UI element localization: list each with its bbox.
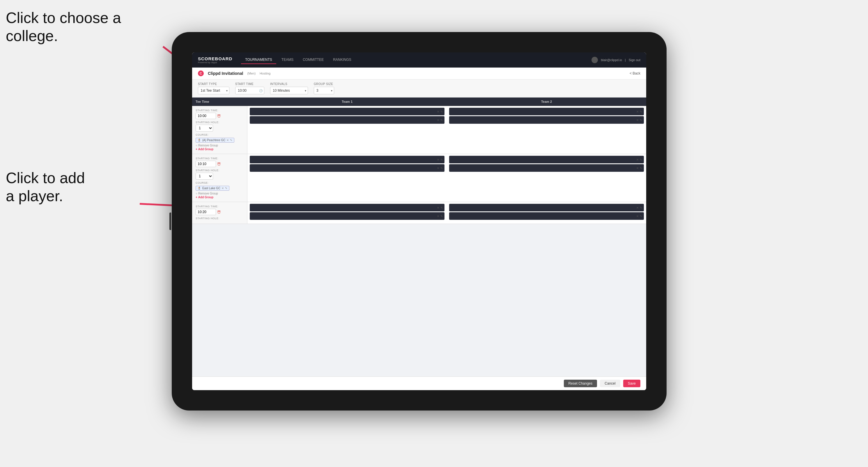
course-edit-2[interactable]: ✎: [225, 187, 227, 190]
app-header: SCOREBOARD Powered by clippd TOURNAMENTS…: [192, 53, 646, 67]
team2-cell-1: ✕ ✎ ✕ ✎: [447, 106, 646, 154]
team1-cell-1: ✕ ✎ ✕ ✎: [247, 106, 447, 154]
intervals-select-wrapper[interactable]: 10 Minutes 8 Minutes: [270, 87, 308, 94]
course-remove-x-1[interactable]: ✕: [226, 138, 229, 142]
user-avatar: [591, 57, 598, 63]
starting-time-value-1: ⏰: [196, 113, 244, 119]
player-x-icon-3-2[interactable]: ✕: [437, 166, 439, 170]
save-button[interactable]: Save: [623, 380, 640, 387]
player-slot-5-1[interactable]: ✕ ✎: [250, 204, 444, 211]
hosting-badge: Hosting: [260, 72, 271, 75]
player-edit-icon-2-1[interactable]: ✎: [640, 110, 642, 113]
player-slot-2-2[interactable]: ✕ ✎: [449, 116, 644, 124]
cancel-button[interactable]: Cancel: [600, 380, 620, 387]
nav-tab-tournaments[interactable]: TOURNAMENTS: [241, 56, 276, 64]
intervals-group: Intervals 10 Minutes 8 Minutes: [270, 83, 308, 94]
player-slot-6-1[interactable]: ✕ ✎: [449, 204, 644, 211]
player-slot-4-2[interactable]: ✕ ✎: [449, 164, 644, 172]
player-slot-1-1[interactable]: ✕ ✎: [250, 108, 444, 115]
course-tag-wrapper-1: 🏌 (A) Peachtree GC ✕ ✎: [196, 137, 244, 143]
starting-time-input-3[interactable]: [196, 209, 216, 215]
player-x-icon-3-1[interactable]: ✕: [437, 158, 439, 161]
tee-left-3: STARTING TIME: ⏰ STARTING HOLE:: [192, 202, 247, 224]
start-type-select[interactable]: 1st Tee Start Shotgun Start: [198, 87, 229, 94]
team1-cell-2: ✕ ✎ ✕ ✎: [247, 154, 447, 202]
start-time-label: Start Time: [235, 83, 264, 86]
th-tee-time: Tee Time: [192, 97, 247, 106]
starting-time-label-3: STARTING TIME:: [196, 205, 244, 208]
nav-tab-committee[interactable]: COMMITTEE: [299, 56, 328, 64]
tablet-screen: SCOREBOARD Powered by clippd TOURNAMENTS…: [192, 53, 646, 390]
remove-group-link-1[interactable]: ○Remove Group: [196, 144, 244, 147]
player-x-icon-6-2[interactable]: ✕: [636, 215, 639, 218]
player-x-icon-1-1[interactable]: ✕: [437, 110, 439, 113]
sign-out-link[interactable]: Sign out: [629, 58, 640, 62]
player-x-icon-5-1[interactable]: ✕: [437, 206, 439, 209]
player-edit-icon-4-1[interactable]: ✎: [640, 158, 642, 161]
player-slot-3-1[interactable]: ✕ ✎: [250, 156, 444, 163]
player-x-icon-5-2[interactable]: ✕: [437, 215, 439, 218]
start-type-select-wrapper[interactable]: 1st Tee Start Shotgun Start: [198, 87, 229, 94]
annotation-line1: Click to choose a: [6, 9, 121, 26]
starting-time-value-3: ⏰: [196, 209, 244, 215]
start-time-input-wrapper: 🕐: [235, 87, 264, 94]
starting-time-label-2: STARTING TIME:: [196, 157, 244, 160]
sub-header: C Clippd Invitational (Men) Hosting < Ba…: [192, 67, 646, 80]
team1-cell-3: ✕ ✎ ✕ ✎: [247, 202, 447, 224]
player-slot-5-2[interactable]: ✕ ✎: [250, 212, 444, 220]
course-tag-1[interactable]: 🏌 (A) Peachtree GC ✕ ✎: [196, 138, 234, 143]
back-button[interactable]: < Back: [630, 71, 640, 75]
player-edit-icon-2-2[interactable]: ✎: [640, 119, 642, 122]
player-x-icon-4-1[interactable]: ✕: [636, 158, 639, 161]
player-edit-icon-3-1[interactable]: ✎: [440, 158, 443, 161]
player-edit-icon-3-2[interactable]: ✎: [440, 166, 443, 170]
add-group-link-2[interactable]: +Add Group: [196, 196, 244, 199]
starting-hole-select-1[interactable]: 1 10: [196, 125, 213, 132]
player-slot-6-2[interactable]: ✕ ✎: [449, 212, 644, 220]
tee-row-1: STARTING TIME: ⏰ STARTING HOLE: 1 10: [192, 106, 646, 154]
starting-time-input-2[interactable]: [196, 161, 216, 167]
main-content: Tee Time Team 1 Team 2 STARTING TIME: ⏰ …: [192, 97, 646, 376]
reset-button[interactable]: Reset Changes: [564, 380, 597, 387]
nav-tab-rankings[interactable]: RANKINGS: [329, 56, 355, 64]
player-slot-2-1[interactable]: ✕ ✎: [449, 108, 644, 115]
player-slot-3-2[interactable]: ✕ ✎: [250, 164, 444, 172]
group-size-select[interactable]: 3 4 2: [314, 87, 334, 94]
player-x-icon-1-2[interactable]: ✕: [437, 119, 439, 122]
player-x-icon-6-1[interactable]: ✕: [636, 206, 639, 209]
remove-group-link-2[interactable]: ○Remove Group: [196, 192, 244, 195]
clock-icon: 🕐: [259, 89, 262, 92]
course-tag-2[interactable]: 🏌 East Lake GC ✕ ✎: [196, 186, 229, 191]
add-group-link-1[interactable]: +Add Group: [196, 148, 244, 151]
player-x-icon-2-2[interactable]: ✕: [636, 119, 639, 122]
start-type-group: Start Type 1st Tee Start Shotgun Start: [198, 83, 229, 94]
start-type-label: Start Type: [198, 83, 229, 86]
player-x-icon-2-1[interactable]: ✕: [636, 110, 639, 113]
starting-hole-label-1: STARTING HOLE:: [196, 121, 244, 124]
intervals-select[interactable]: 10 Minutes 8 Minutes: [270, 87, 308, 94]
starting-time-value-2: ⏰: [196, 161, 244, 167]
starting-hole-value-2: 1 10: [196, 173, 244, 180]
course-remove-x-2[interactable]: ✕: [221, 187, 224, 190]
starting-hole-select-2[interactable]: 1 10: [196, 173, 213, 180]
tablet-shell: SCOREBOARD Powered by clippd TOURNAMENTS…: [172, 32, 666, 410]
player-slot-4-1[interactable]: ✕ ✎: [449, 156, 644, 163]
annotation-add-player: Click to add a player.: [6, 169, 85, 205]
player-edit-icon-6-2[interactable]: ✎: [640, 215, 642, 218]
player-edit-icon-5-1[interactable]: ✎: [440, 206, 443, 209]
starting-time-input-1[interactable]: [196, 113, 216, 119]
tournament-title: Clippd Invitational: [208, 71, 243, 76]
course-tag-wrapper-2: 🏌 East Lake GC ✕ ✎: [196, 185, 244, 191]
player-edit-icon-1-2[interactable]: ✎: [440, 119, 443, 122]
player-slot-1-2[interactable]: ✕ ✎: [250, 116, 444, 124]
player-x-icon-4-2[interactable]: ✕: [636, 166, 639, 170]
player-edit-icon-1-1[interactable]: ✎: [440, 110, 443, 113]
logo-main-text: SCOREBOARD: [198, 56, 232, 61]
player-edit-icon-4-2[interactable]: ✎: [640, 166, 642, 170]
course-edit-1[interactable]: ✎: [230, 138, 232, 142]
course-name-1: (A) Peachtree GC: [202, 138, 225, 142]
player-edit-icon-6-1[interactable]: ✎: [640, 206, 642, 209]
nav-tab-teams[interactable]: TEAMS: [277, 56, 298, 64]
group-size-select-wrapper[interactable]: 3 4 2: [314, 87, 334, 94]
player-edit-icon-5-2[interactable]: ✎: [440, 215, 443, 218]
